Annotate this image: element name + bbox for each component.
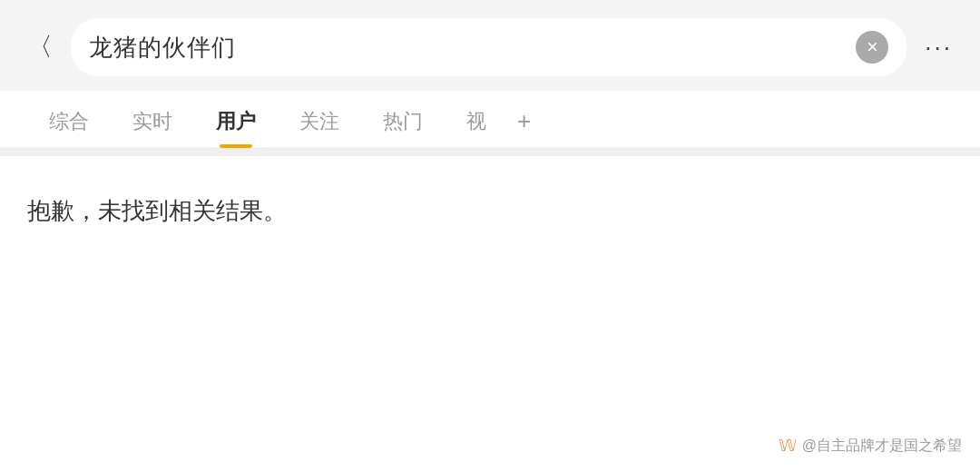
back-button[interactable]: 〈 [27, 34, 53, 60]
tab-关注[interactable]: 关注 [278, 92, 361, 148]
tab-用户[interactable]: 用户 [194, 92, 278, 148]
tab-bar: 综合 实时 用户 关注 热门 视 + [0, 91, 980, 149]
app-container: 〈 龙猪的伙伴们 ··· 综合 实时 用户 关注 热门 视 + 抱歉，未找到相关… [0, 0, 980, 472]
header: 〈 龙猪的伙伴们 ··· [0, 0, 980, 91]
weibo-icon: 𝕎 [779, 436, 797, 456]
watermark: 𝕎 @自主品牌才是国之希望 [779, 436, 962, 456]
tab-plus-button[interactable]: + [508, 91, 540, 148]
section-divider [0, 149, 980, 156]
tab-热门[interactable]: 热门 [361, 92, 445, 148]
clear-button[interactable] [856, 31, 888, 64]
watermark-text: @自主品牌才是国之希望 [802, 437, 962, 456]
more-button[interactable]: ··· [925, 34, 953, 62]
search-bar: 龙猪的伙伴们 [71, 18, 906, 76]
tab-实时[interactable]: 实时 [111, 92, 194, 148]
main-content: 抱歉，未找到相关结果。 [0, 156, 980, 472]
no-result-message: 抱歉，未找到相关结果。 [27, 192, 287, 231]
search-text: 龙猪的伙伴们 [89, 32, 236, 64]
tab-综合[interactable]: 综合 [27, 92, 111, 148]
tab-视[interactable]: 视 [445, 92, 508, 148]
